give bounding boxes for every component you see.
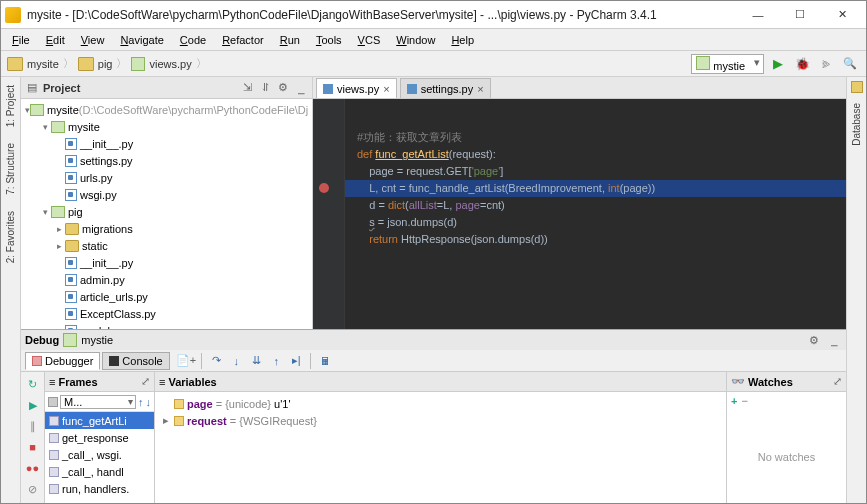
close-icon[interactable]: × <box>383 83 389 95</box>
menu-refactor[interactable]: Refactor <box>215 32 271 48</box>
side-tab[interactable]: 2: Favorites <box>3 207 18 267</box>
menu-tools[interactable]: Tools <box>309 32 349 48</box>
tree-row[interactable]: ▾mysite (D:\CodeSoftWare\pycharm\PythonC… <box>21 101 312 118</box>
code-line[interactable]: L, cnt = func_handle_artList(BreedImprov… <box>345 180 846 197</box>
prev-frame-button[interactable]: ↑ <box>138 396 144 408</box>
frame-row[interactable]: func_getArtLi <box>45 412 154 429</box>
python-file-icon <box>65 325 77 330</box>
code-line[interactable]: s = json.dumps(d) <box>345 214 846 231</box>
restore-icon[interactable]: ⤢ <box>141 375 150 388</box>
breadcrumb-root[interactable]: mysite <box>27 58 59 70</box>
search-button[interactable]: 🔍 <box>840 54 860 74</box>
variables-list[interactable]: page = {unicode} u'1'▸ request = {WSGIRe… <box>155 392 726 503</box>
breakpoint-icon[interactable] <box>319 183 329 193</box>
project-tree[interactable]: ▾mysite (D:\CodeSoftWare\pycharm\PythonC… <box>21 99 312 329</box>
twistie-icon[interactable]: ▾ <box>39 207 51 217</box>
collapse-icon[interactable]: ⇲ <box>240 81 254 95</box>
breadcrumb-mid[interactable]: pig <box>98 58 113 70</box>
view-breakpoints-button[interactable]: ●● <box>24 459 42 477</box>
variable-row[interactable]: page = {unicode} u'1' <box>161 395 720 412</box>
code-text[interactable]: #功能：获取文章列表def func_getArtList(request): … <box>345 99 846 329</box>
tree-row[interactable]: article_urls.py <box>21 288 312 305</box>
database-icon[interactable] <box>851 81 863 93</box>
step-over-button[interactable]: ↷ <box>207 352 225 370</box>
mute-breakpoints-button[interactable]: ⊘ <box>24 480 42 498</box>
maximize-button[interactable]: ☐ <box>780 3 820 27</box>
frame-row[interactable]: get_response <box>45 429 154 446</box>
menu-edit[interactable]: Edit <box>39 32 72 48</box>
tree-row[interactable]: wsgi.py <box>21 186 312 203</box>
minimize-button[interactable]: — <box>738 3 778 27</box>
tree-row[interactable]: models.py <box>21 322 312 329</box>
menu-navigate[interactable]: Navigate <box>113 32 170 48</box>
run-button[interactable]: ▶ <box>768 54 788 74</box>
run-to-cursor-button[interactable]: ▸| <box>287 352 305 370</box>
twistie-icon[interactable]: ▾ <box>39 122 51 132</box>
menu-view[interactable]: View <box>74 32 112 48</box>
menu-code[interactable]: Code <box>173 32 213 48</box>
code-gutter[interactable] <box>313 99 345 329</box>
force-step-into-button[interactable]: ⇊ <box>247 352 265 370</box>
code-line[interactable]: return HttpResponse(json.dumps(d)) <box>345 231 846 248</box>
tree-row[interactable]: ▸migrations <box>21 220 312 237</box>
step-into-button[interactable]: ↓ <box>227 352 245 370</box>
thread-select[interactable]: M... <box>60 395 136 409</box>
tree-row[interactable]: admin.py <box>21 271 312 288</box>
remove-watch-button[interactable]: − <box>741 395 747 407</box>
run-arrow-button[interactable]: ⫸ <box>816 54 836 74</box>
breadcrumb-file[interactable]: views.py <box>149 58 191 70</box>
tree-row[interactable]: ExceptClass.py <box>21 305 312 322</box>
tree-row[interactable]: __init__.py <box>21 135 312 152</box>
twistie-icon[interactable]: ▸ <box>53 241 65 251</box>
menu-run[interactable]: Run <box>273 32 307 48</box>
frame-row[interactable]: _call_, wsgi. <box>45 446 154 463</box>
next-frame-button[interactable]: ↓ <box>146 396 152 408</box>
tree-row[interactable]: urls.py <box>21 169 312 186</box>
gear-icon[interactable]: ⚙ <box>806 332 822 348</box>
frame-list[interactable]: func_getArtLiget_response_call_, wsgi._c… <box>45 412 154 503</box>
menu-help[interactable]: Help <box>444 32 481 48</box>
tree-row[interactable]: ▾pig <box>21 203 312 220</box>
close-icon[interactable]: × <box>477 83 483 95</box>
tree-row[interactable]: settings.py <box>21 152 312 169</box>
gear-icon[interactable]: ⚙ <box>276 81 290 95</box>
code-editor[interactable]: #功能：获取文章列表def func_getArtList(request): … <box>313 99 846 329</box>
side-tab-database[interactable]: Database <box>849 99 864 150</box>
frame-row[interactable]: _call_, handl <box>45 463 154 480</box>
tree-row[interactable]: ▸static <box>21 237 312 254</box>
scroll-icon[interactable]: ⥯ <box>258 81 272 95</box>
output-icon[interactable]: 📄+ <box>176 354 196 367</box>
evaluate-button[interactable]: 🖩 <box>316 352 334 370</box>
editor-tab[interactable]: settings.py× <box>400 78 491 98</box>
side-tab[interactable]: 1: Project <box>3 81 18 131</box>
tree-row[interactable]: ▾mysite <box>21 118 312 135</box>
close-button[interactable]: ✕ <box>822 3 862 27</box>
hide-icon[interactable]: ⎯ <box>294 81 308 95</box>
add-watch-button[interactable]: + <box>731 395 737 407</box>
code-line[interactable]: #功能：获取文章列表 <box>345 129 846 146</box>
twistie-icon[interactable]: ▸ <box>161 414 171 427</box>
menu-window[interactable]: Window <box>389 32 442 48</box>
variable-row[interactable]: ▸ request = {WSGIRequest} <box>161 412 720 429</box>
menu-vcs[interactable]: VCS <box>351 32 388 48</box>
tab-console[interactable]: Console <box>102 352 169 370</box>
code-line[interactable]: d = dict(allList=L, page=cnt) <box>345 197 846 214</box>
rerun-button[interactable]: ↻ <box>24 375 42 393</box>
twistie-icon[interactable]: ▸ <box>53 224 65 234</box>
code-line[interactable]: page = request.GET['page'] <box>345 163 846 180</box>
restore-icon[interactable]: ⤢ <box>833 375 842 388</box>
run-config-select[interactable]: mystie <box>691 54 764 74</box>
frame-row[interactable]: run, handlers. <box>45 480 154 497</box>
minimize-icon[interactable]: ⎯ <box>826 332 842 348</box>
tree-row[interactable]: __init__.py <box>21 254 312 271</box>
resume-button[interactable]: ▶ <box>24 396 42 414</box>
stop-button[interactable]: ■ <box>24 438 42 456</box>
debug-button[interactable]: 🐞 <box>792 54 812 74</box>
code-line[interactable]: def func_getArtList(request): <box>345 146 846 163</box>
pause-button[interactable]: ∥ <box>24 417 42 435</box>
menu-file[interactable]: File <box>5 32 37 48</box>
side-tab[interactable]: 7: Structure <box>3 139 18 199</box>
step-out-button[interactable]: ↑ <box>267 352 285 370</box>
editor-tab[interactable]: views.py× <box>316 78 397 98</box>
tab-debugger[interactable]: Debugger <box>25 352 100 370</box>
